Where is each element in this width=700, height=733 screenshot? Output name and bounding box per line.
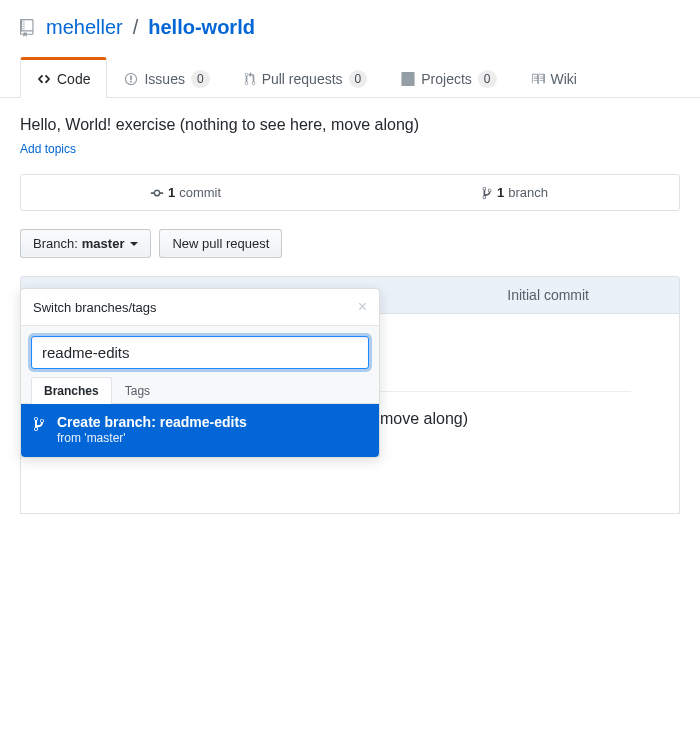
tab-issues[interactable]: Issues 0	[107, 57, 226, 98]
repo-icon	[20, 19, 38, 37]
branches-stat[interactable]: 1 branch	[350, 175, 679, 210]
branches-label: branch	[508, 185, 548, 200]
branches-count: 1	[497, 185, 504, 200]
tags-tab[interactable]: Tags	[112, 377, 163, 404]
repo-owner-link[interactable]: meheller	[46, 16, 123, 39]
tab-projects-label: Projects	[421, 71, 472, 87]
commits-label: commit	[179, 185, 221, 200]
create-branch-prefix: Create branch:	[57, 414, 156, 430]
projects-count: 0	[478, 70, 497, 88]
branch-switch-button[interactable]: Branch: master	[20, 229, 151, 258]
commits-stat[interactable]: 1 commit	[21, 175, 350, 210]
repo-name-link[interactable]: hello-world	[148, 16, 255, 39]
tab-issues-label: Issues	[144, 71, 184, 87]
repo-nav: Code Issues 0 Pull requests 0 Projects 0…	[0, 57, 700, 98]
branch-filter-input[interactable]	[31, 336, 369, 369]
branch-prefix: Branch:	[33, 236, 78, 251]
current-branch-name: master	[82, 236, 125, 251]
commits-count: 1	[168, 185, 175, 200]
repo-slash: /	[133, 16, 139, 39]
repo-description: Hello, World! exercise (nothing to see h…	[20, 116, 680, 134]
issues-count: 0	[191, 70, 210, 88]
tab-pullrequests-label: Pull requests	[262, 71, 343, 87]
branches-tab[interactable]: Branches	[31, 377, 112, 404]
tab-projects[interactable]: Projects 0	[384, 57, 513, 98]
branch-menu-title: Switch branches/tags	[33, 300, 157, 315]
tab-wiki[interactable]: Wiki	[514, 57, 594, 98]
tab-pullrequests[interactable]: Pull requests 0	[227, 57, 385, 98]
create-branch-name: readme-edits	[160, 414, 247, 430]
create-branch-item[interactable]: Create branch: readme-edits from 'master…	[21, 404, 379, 457]
pulls-count: 0	[349, 70, 368, 88]
tab-code[interactable]: Code	[20, 57, 107, 98]
create-branch-from: from 'master'	[57, 431, 367, 445]
add-topics-link[interactable]: Add topics	[20, 142, 76, 156]
tab-code-label: Code	[57, 71, 90, 87]
branch-menu: Switch branches/tags × Branches Tags Cre…	[20, 288, 380, 458]
caret-down-icon	[130, 242, 138, 246]
close-icon[interactable]: ×	[358, 299, 367, 315]
stats-bar: 1 commit 1 branch	[20, 174, 680, 211]
repo-title: meheller / hello-world	[20, 16, 680, 39]
tab-wiki-label: Wiki	[551, 71, 577, 87]
new-pull-request-button[interactable]: New pull request	[159, 229, 282, 258]
